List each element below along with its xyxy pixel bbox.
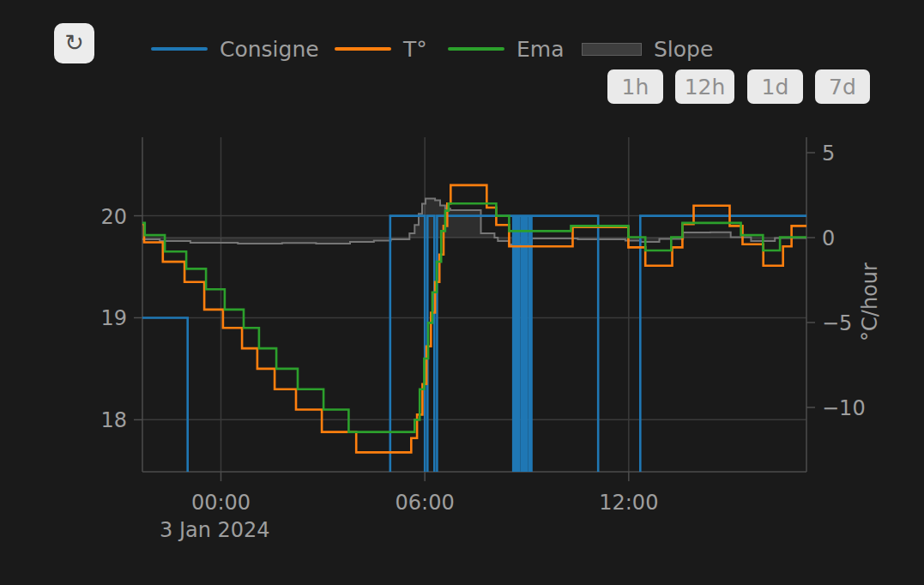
x-axis-tick-label: 00:00 [191, 491, 251, 515]
series-consigne [142, 216, 806, 522]
legend-label: Ema [516, 37, 564, 62]
x-axis-tick-label: 12:00 [599, 491, 658, 515]
range-button-1h[interactable]: 1h [607, 69, 663, 104]
y-right-tick-label: 0 [822, 226, 835, 250]
refresh-button[interactable]: ↻ [54, 23, 94, 63]
y-right-tick-label: −5 [822, 311, 852, 335]
temperature-line-swatch [335, 47, 391, 51]
legend-label: Consigne [220, 37, 319, 62]
legend-item-consigne[interactable]: Consigne [151, 36, 319, 62]
legend-item-temperature[interactable]: T° [335, 36, 427, 62]
range-button-1d[interactable]: 1d [747, 69, 803, 104]
refresh-icon: ↻ [64, 32, 84, 55]
x-axis-date-label: 3 Jan 2024 [160, 518, 270, 542]
legend-item-ema[interactable]: Ema [448, 36, 564, 62]
legend-label: T° [403, 37, 427, 62]
y-axis-tick-label: 18 [100, 408, 127, 432]
legend-label: Slope [654, 37, 713, 62]
legend-item-slope[interactable]: Slope [582, 36, 713, 62]
range-button-12h[interactable]: 12h [675, 69, 734, 104]
y-right-tick-label: −10 [822, 396, 866, 420]
y-axis-tick-label: 19 [100, 306, 127, 330]
y-right-tick-label: 5 [822, 142, 835, 166]
consigne-line-swatch [151, 47, 208, 51]
y-axis-tick-label: 20 [100, 205, 127, 229]
x-axis-tick-label: 06:00 [396, 491, 455, 515]
graph-card: 00:0006:0012:003 Jan 202420191850−5−10°C… [0, 0, 924, 585]
slope-area-swatch [582, 43, 642, 56]
ema-line-swatch [448, 47, 504, 51]
range-button-7d[interactable]: 7d [815, 69, 870, 104]
y-right-axis-title: °C/hour [858, 262, 882, 341]
